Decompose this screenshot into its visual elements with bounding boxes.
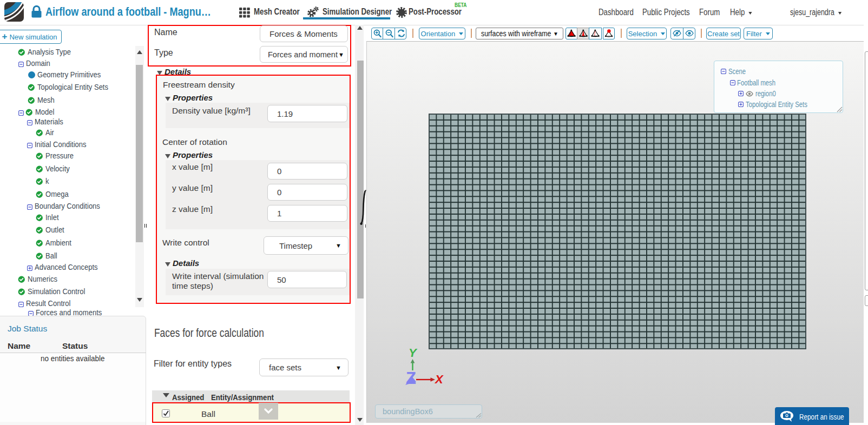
svg-text:X: X — [434, 373, 444, 386]
svg-text:Y: Y — [409, 346, 418, 360]
